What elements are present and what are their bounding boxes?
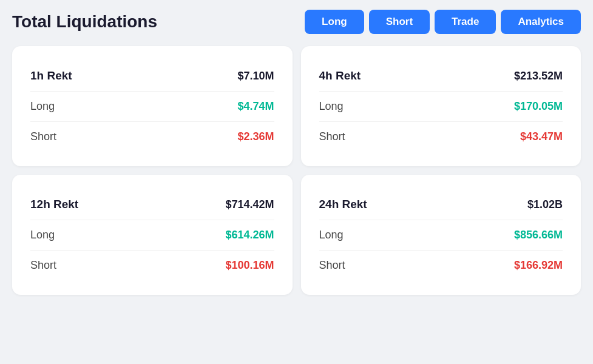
table-row: 4h Rekt$213.52M [319, 61, 563, 92]
tab-short[interactable]: Short [369, 10, 430, 34]
table-row: Long$170.05M [319, 92, 563, 122]
table-row: Short$166.92M [319, 251, 563, 280]
table-row: Long$4.74M [30, 92, 274, 122]
page-title: Total Liquidations [12, 12, 157, 32]
table-row: Short$100.16M [30, 251, 274, 280]
card-value: $614.26M [225, 229, 274, 241]
table-row: Long$614.26M [30, 220, 274, 251]
card-4h: 4h Rekt$213.52MLong$170.05MShort$43.47M [301, 46, 581, 166]
card-1h: 1h Rekt$7.10MLong$4.74MShort$2.36M [12, 46, 293, 166]
tab-buttons: LongShortTradeAnalytics [305, 10, 581, 34]
card-label: 12h Rekt [30, 198, 78, 211]
card-label: 4h Rekt [319, 69, 361, 83]
table-row: 24h Rekt$1.02B [319, 189, 563, 220]
cards-grid: 1h Rekt$7.10MLong$4.74MShort$2.36M4h Rek… [12, 46, 581, 295]
card-value: $166.92M [514, 259, 563, 272]
card-value: $43.47M [520, 130, 563, 143]
card-label: Short [319, 130, 345, 143]
card-12h: 12h Rekt$714.42MLong$614.26MShort$100.16… [12, 175, 293, 295]
card-value: $170.05M [514, 100, 563, 113]
card-value: $7.10M [237, 70, 274, 83]
table-row: Long$856.66M [319, 220, 563, 251]
tab-analytics[interactable]: Analytics [501, 10, 581, 34]
card-value: $100.16M [225, 259, 274, 272]
table-row: Short$2.36M [30, 122, 274, 152]
card-label: Short [30, 259, 56, 272]
header: Total Liquidations LongShortTradeAnalyti… [12, 10, 581, 34]
card-value: $2.36M [237, 130, 274, 143]
card-label: Long [319, 100, 344, 113]
card-label: Short [30, 130, 56, 143]
card-label: Long [30, 100, 55, 113]
card-24h: 24h Rekt$1.02BLong$856.66MShort$166.92M [301, 175, 581, 295]
card-label: 1h Rekt [30, 69, 72, 83]
card-value: $1.02B [527, 198, 563, 211]
table-row: 12h Rekt$714.42M [30, 189, 274, 220]
card-label: Short [319, 259, 345, 272]
card-value: $714.42M [225, 198, 274, 211]
table-row: 1h Rekt$7.10M [30, 61, 274, 92]
tab-long[interactable]: Long [305, 10, 364, 34]
card-value: $4.74M [237, 100, 274, 113]
card-label: Long [30, 229, 55, 241]
card-value: $856.66M [514, 229, 563, 241]
tab-trade[interactable]: Trade [435, 10, 496, 34]
card-value: $213.52M [514, 70, 563, 83]
table-row: Short$43.47M [319, 122, 563, 152]
card-label: Long [319, 229, 344, 241]
card-label: 24h Rekt [319, 198, 367, 211]
